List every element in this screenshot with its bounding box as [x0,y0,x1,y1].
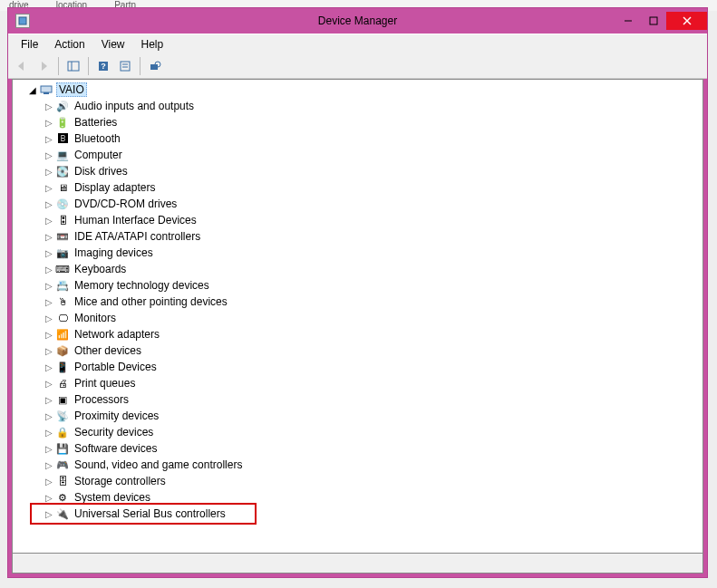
expander-icon[interactable]: ▷ [44,265,54,275]
device-category-icon: 💿 [55,197,70,211]
expander-icon[interactable]: ▷ [44,118,54,128]
tree-item-label: Security devices [73,426,153,439]
expander-icon[interactable]: ▷ [44,232,54,242]
menu-action[interactable]: Action [47,36,92,53]
expander-icon[interactable]: ▷ [44,379,54,389]
help-button[interactable]: ? [93,56,113,76]
device-category-icon: 🖨 [55,376,70,390]
expander-icon[interactable]: ▷ [44,248,54,258]
tree-root[interactable]: ◢ VAIO [13,82,702,98]
expander-icon[interactable]: ▷ [44,199,54,209]
tree-item-label: Display adapters [73,181,155,194]
expander-icon[interactable]: ▷ [44,101,54,111]
titlebar[interactable]: Device Manager [8,8,707,34]
tree-item[interactable]: ▷💽Disk drives [13,163,702,179]
tree-item[interactable]: ▷📡Proximity devices [13,408,702,424]
tree-item[interactable]: ▷📱Portable Devices [13,359,702,375]
expander-icon[interactable]: ◢ [27,85,38,95]
expander-icon[interactable]: ▷ [44,362,54,372]
properties-button[interactable] [115,56,135,76]
device-tree[interactable]: ◢ VAIO ▷🔊Audio inputs and outputs▷🔋Batte… [12,79,703,554]
device-category-icon: 💾 [55,441,70,456]
tree-item-label: Software devices [73,442,157,455]
tree-item[interactable]: ▷💻Computer [13,147,702,163]
tree-root-label: VAIO [56,82,87,97]
tree-item[interactable]: ▷🔊Audio inputs and outputs [13,98,702,114]
device-category-icon: 🔌 [55,506,70,521]
expander-icon[interactable]: ▷ [44,493,54,503]
tree-item-label: Monitors [73,312,116,324]
tree-item-label: Other devices [73,344,141,357]
expander-icon[interactable]: ▷ [44,183,54,193]
tree-item[interactable]: ▷📇Memory technology devices [13,277,702,294]
expander-icon[interactable]: ▷ [44,150,54,160]
device-category-icon: 📱 [55,360,70,374]
tree-item[interactable]: ▷🖵Monitors [13,310,702,326]
expander-icon[interactable]: ▷ [44,477,54,487]
expander-icon[interactable]: ▷ [44,444,54,454]
tree-item[interactable]: ▷🎮Sound, video and game controllers [13,457,702,473]
device-category-icon: 💻 [55,148,70,162]
tree-item[interactable]: ▷🖱Mice and other pointing devices [13,294,702,310]
device-category-icon: 📼 [55,229,70,244]
menu-help[interactable]: Help [134,36,171,53]
expander-icon[interactable]: ▷ [44,411,54,421]
show-hide-tree-button[interactable] [63,56,83,76]
tree-item-label: Processors [73,393,129,406]
scan-hardware-button[interactable] [145,56,165,76]
device-category-icon: 📶 [55,327,70,342]
tree-item[interactable]: ▷⌨Keyboards [13,261,702,277]
minimize-button[interactable] [615,12,641,30]
expander-icon[interactable]: ▷ [44,346,54,356]
tree-item-label: DVD/CD-ROM drives [73,198,177,210]
menu-view[interactable]: View [94,36,132,53]
tree-item[interactable]: ▷📶Network adapters [13,326,702,342]
tree-item[interactable]: ▷🔋Batteries [13,114,702,130]
tree-item-label: Keyboards [73,263,126,275]
tree-item[interactable]: ▷🅱Bluetooth [13,130,702,147]
expander-icon[interactable]: ▷ [44,428,54,438]
tree-item[interactable]: ▷🖥Display adapters [13,179,702,196]
device-category-icon: 🔒 [55,425,70,439]
menu-file[interactable]: File [14,36,45,53]
device-category-icon: 📡 [55,409,70,423]
tree-item[interactable]: ▷💿DVD/CD-ROM drives [13,196,702,212]
expander-icon[interactable]: ▷ [44,330,54,340]
tree-item[interactable]: ▷⚙System devices [13,489,702,506]
tree-item-label: Imaging devices [73,246,153,259]
device-category-icon: 📷 [55,246,70,260]
device-category-icon: 🖱 [55,294,70,309]
device-category-icon: ⚙ [55,490,70,505]
forward-button [34,56,53,76]
expander-icon[interactable]: ▷ [44,460,54,470]
close-button[interactable] [666,12,707,30]
tree-item[interactable]: ▷📼IDE ATA/ATAPI controllers [13,228,702,245]
tree-item[interactable]: ▷🖨Print queues [13,375,702,391]
tree-item[interactable]: ▷▣Processors [13,391,702,408]
expander-icon[interactable]: ▷ [44,167,54,177]
tree-item-label: Mice and other pointing devices [73,295,228,308]
tree-item[interactable]: ▷🔌Universal Serial Bus controllers [13,506,702,522]
device-category-icon: 🗄 [55,474,70,488]
maximize-button[interactable] [641,12,666,30]
tree-item-label: Proximity devices [73,410,159,422]
device-category-icon: ▣ [55,392,70,407]
expander-icon[interactable]: ▷ [44,134,54,144]
svg-rect-2 [650,17,657,24]
expander-icon[interactable]: ▷ [44,297,54,307]
tree-item[interactable]: ▷💾Software devices [13,440,702,457]
tree-item[interactable]: ▷📷Imaging devices [13,245,702,261]
device-category-icon: 💽 [55,164,70,178]
expander-icon[interactable]: ▷ [44,395,54,405]
tree-item[interactable]: ▷🔒Security devices [13,424,702,440]
tree-item-label: Disk drives [73,165,128,178]
expander-icon[interactable]: ▷ [44,216,54,226]
tree-item[interactable]: ▷🗄Storage controllers [13,473,702,489]
expander-icon[interactable]: ▷ [44,313,54,323]
tree-item-label: IDE ATA/ATAPI controllers [73,230,200,243]
tree-item[interactable]: ▷📦Other devices [13,342,702,359]
expander-icon[interactable]: ▷ [44,281,54,291]
tree-item[interactable]: ▷🎛Human Interface Devices [13,212,702,228]
expander-icon[interactable]: ▷ [44,509,54,519]
statusbar [12,554,703,574]
